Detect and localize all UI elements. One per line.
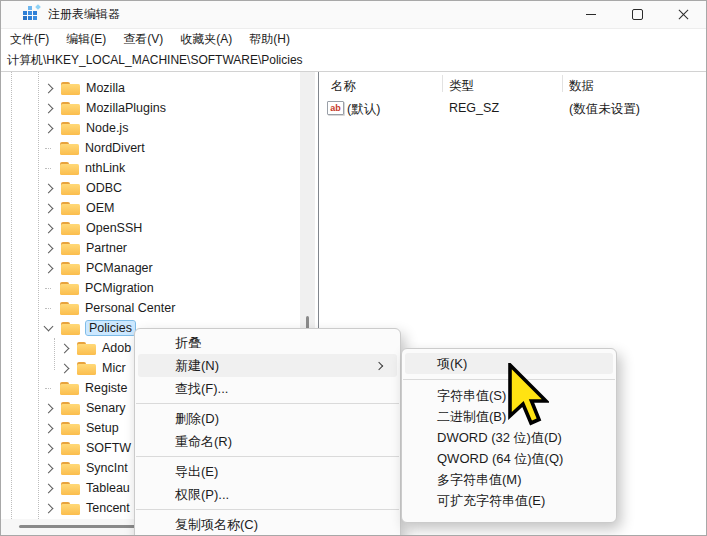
folder-icon <box>61 182 80 195</box>
submenu-item[interactable]: 可扩充字符串值(E) <box>405 490 613 511</box>
context-menu: 折叠新建(N)查找(F)...删除(D)重命名(R)导出(E)权限(P)...复… <box>134 328 401 536</box>
menubar-item[interactable]: 收藏夹(A) <box>172 31 240 48</box>
chevron-right-icon[interactable] <box>44 483 54 493</box>
menubar-item[interactable]: 查看(V) <box>115 31 171 48</box>
folder-icon <box>61 122 80 135</box>
folder-icon <box>61 262 80 275</box>
value-data: (数值未设置) <box>569 101 640 118</box>
value-type: REG_SZ <box>449 101 499 115</box>
column-header-data[interactable]: 数据 <box>569 78 594 95</box>
column-header-name[interactable]: 名称 <box>331 78 356 95</box>
column-header-type[interactable]: 类型 <box>449 78 474 95</box>
chevron-right-icon[interactable] <box>44 183 54 193</box>
folder-icon <box>61 322 80 335</box>
folder-icon <box>60 282 79 295</box>
tree-item-label: ODBC <box>86 181 122 195</box>
tree-item-label: Tencent <box>86 501 130 515</box>
maximize-icon <box>632 9 643 20</box>
context-menu-item[interactable]: 复制项名称(C) <box>138 513 397 536</box>
menubar-item[interactable]: 文件(F) <box>2 31 57 48</box>
tree-item-label: NordDivert <box>85 141 145 155</box>
chevron-right-icon[interactable] <box>60 363 70 373</box>
tree-item-label: Policies <box>86 321 135 335</box>
folder-icon <box>61 422 80 435</box>
address-path: 计算机\HKEY_LOCAL_MACHINE\SOFTWARE\Policies <box>7 52 303 69</box>
tree-connector <box>45 388 51 389</box>
chevron-right-icon[interactable] <box>44 423 54 433</box>
string-value-icon: ab <box>327 101 344 115</box>
tree-connector <box>45 288 51 289</box>
chevron-down-icon[interactable] <box>44 322 54 332</box>
submenu-item[interactable]: QWORD (64 位)值(Q) <box>405 448 613 469</box>
tree-item-label: Partner <box>86 241 127 255</box>
folder-icon <box>61 442 80 455</box>
submenu-item[interactable]: 多字符串值(M) <box>405 469 613 490</box>
close-icon <box>678 9 689 20</box>
mouse-cursor <box>507 363 549 427</box>
value-row[interactable]: ab(默认)REG_SZ(数值未设置) <box>323 98 706 118</box>
tree-item-label: MozillaPlugins <box>86 101 166 115</box>
column-divider[interactable] <box>442 75 443 92</box>
tree-item-label: Registe <box>85 381 127 395</box>
chevron-right-icon[interactable] <box>44 243 54 253</box>
minimize-button[interactable] <box>568 1 614 28</box>
folder-icon <box>61 502 80 515</box>
tree-item-label: PCMigration <box>85 281 154 295</box>
titlebar: 注册表编辑器 <box>1 1 706 29</box>
tree-connector <box>45 168 51 169</box>
chevron-right-icon[interactable] <box>44 443 54 453</box>
folder-icon <box>77 362 96 375</box>
context-menu-item[interactable]: 折叠 <box>138 331 397 354</box>
tree-connector <box>45 308 51 309</box>
folder-icon <box>77 342 96 355</box>
menu-separator <box>136 456 399 457</box>
submenu-arrow-icon <box>375 362 383 370</box>
address-bar[interactable]: 计算机\HKEY_LOCAL_MACHINE\SOFTWARE\Policies <box>1 50 706 72</box>
menubar-item[interactable]: 帮助(H) <box>241 31 298 48</box>
tree-item-label: nthLink <box>85 161 125 175</box>
column-divider[interactable] <box>562 75 563 92</box>
folder-icon <box>61 202 80 215</box>
folder-icon <box>60 162 79 175</box>
folder-icon <box>60 142 79 155</box>
chevron-right-icon[interactable] <box>60 343 70 353</box>
folder-icon <box>61 462 80 475</box>
chevron-right-icon[interactable] <box>44 263 54 273</box>
maximize-button[interactable] <box>614 1 660 28</box>
tree-item-label: Setup <box>86 421 119 435</box>
chevron-right-icon[interactable] <box>44 203 54 213</box>
tree-item-label: PCManager <box>86 261 153 275</box>
context-menu-item[interactable]: 导出(E) <box>138 460 397 483</box>
chevron-right-icon[interactable] <box>44 223 54 233</box>
menu-separator <box>136 509 399 510</box>
context-menu-item[interactable]: 查找(F)... <box>138 377 397 400</box>
tree-item-label: Senary <box>86 401 126 415</box>
tree-item-label: Node.js <box>86 121 128 135</box>
window-controls <box>568 1 706 28</box>
folder-icon <box>61 82 80 95</box>
context-menu-item[interactable]: 新建(N) <box>138 354 397 377</box>
chevron-right-icon[interactable] <box>44 503 54 513</box>
registry-app-icon <box>23 7 38 22</box>
menubar-item[interactable]: 编辑(E) <box>58 31 114 48</box>
chevron-right-icon[interactable] <box>44 83 54 93</box>
tree-item-label: Tableau <box>86 481 130 495</box>
context-menu-item[interactable]: 权限(P)... <box>138 483 397 506</box>
tree-item-label: SyncInt <box>86 461 128 475</box>
folder-icon <box>60 382 79 395</box>
close-button[interactable] <box>660 1 706 28</box>
tree-item-label: OEM <box>86 201 114 215</box>
tree-connector <box>45 148 51 149</box>
context-menu-item[interactable]: 删除(D) <box>138 407 397 430</box>
submenu-item[interactable]: DWORD (32 位)值(D) <box>405 427 613 448</box>
registry-editor-window: 注册表编辑器 文件(F)编辑(E)查看(V)收藏夹(A)帮助(H) 计算机\HK… <box>0 0 707 536</box>
context-menu-item[interactable]: 重命名(R) <box>138 430 397 453</box>
scrollbar-thumb[interactable] <box>19 525 136 528</box>
chevron-right-icon[interactable] <box>44 463 54 473</box>
folder-icon <box>61 482 80 495</box>
chevron-right-icon[interactable] <box>44 103 54 113</box>
tree-item-label: SOFTW <box>86 441 131 455</box>
chevron-right-icon[interactable] <box>44 403 54 413</box>
folder-icon <box>60 302 79 315</box>
chevron-right-icon[interactable] <box>44 123 54 133</box>
